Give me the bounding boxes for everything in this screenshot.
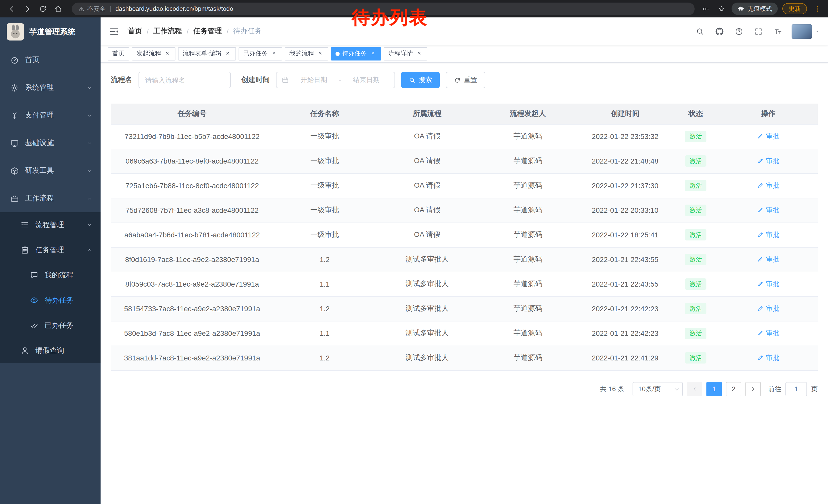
tab-my-process[interactable]: 我的流程× bbox=[285, 47, 328, 60]
sidebar-item-workflow[interactable]: 工作流程 bbox=[0, 185, 100, 212]
browser-forward-button[interactable] bbox=[20, 2, 34, 15]
app-logo[interactable]: 芋道管理系统 bbox=[0, 17, 100, 46]
sidebar-item-task-mgmt[interactable]: 任务管理 bbox=[0, 237, 100, 263]
create-time-cell: 2022-01-21 22:43:55 bbox=[577, 272, 673, 296]
browser-toolbar-right: 无痕模式 更新 bbox=[700, 3, 823, 15]
reset-button[interactable]: 重置 bbox=[446, 72, 485, 88]
col-status: 状态 bbox=[673, 103, 719, 124]
tab-todo-tasks[interactable]: 待办任务× bbox=[331, 47, 381, 60]
tab-label: 待办任务 bbox=[342, 49, 367, 58]
tab-home[interactable]: 首页 bbox=[108, 47, 129, 60]
browser-back-button[interactable] bbox=[5, 2, 18, 15]
create-time-cell: 2022-01-21 22:43:55 bbox=[577, 247, 673, 272]
goto-page-input[interactable] bbox=[785, 382, 807, 396]
sidebar-item-home[interactable]: 首页 bbox=[0, 46, 100, 74]
approve-link[interactable]: 审批 bbox=[757, 329, 779, 338]
search-button[interactable]: 搜索 bbox=[401, 72, 440, 88]
yen-icon bbox=[10, 111, 19, 120]
page-size-select[interactable]: 10条/页 bbox=[632, 382, 683, 396]
sidebar-item-todo-tasks[interactable]: 待办任务 bbox=[0, 288, 100, 313]
action-cell: 审批 bbox=[719, 321, 818, 346]
sidebar-item-payment-mgmt[interactable]: 支付管理 bbox=[0, 101, 100, 129]
tab-done-tasks[interactable]: 已办任务× bbox=[239, 47, 282, 60]
task-name-cell: 1.2 bbox=[274, 296, 376, 321]
browser-reload-button[interactable] bbox=[36, 2, 49, 15]
tab-form-edit[interactable]: 流程表单-编辑× bbox=[178, 47, 236, 60]
sidebar-item-dev-tools[interactable]: 研发工具 bbox=[0, 157, 100, 185]
date-range-picker[interactable]: 开始日期 - 结束日期 bbox=[276, 72, 395, 88]
sidebar-item-my-process[interactable]: 我的流程 bbox=[0, 263, 100, 288]
chevron-right-icon bbox=[750, 386, 756, 392]
close-icon[interactable]: × bbox=[164, 50, 171, 57]
user-menu[interactable] bbox=[792, 24, 820, 39]
approve-link[interactable]: 审批 bbox=[757, 156, 779, 166]
close-icon[interactable]: × bbox=[317, 50, 324, 57]
browser-update-button[interactable]: 更新 bbox=[782, 3, 807, 14]
close-icon[interactable]: × bbox=[224, 50, 232, 57]
table-row: 73211d9d-7b9b-11ec-b5b7-acde48001122一级审批… bbox=[111, 124, 818, 149]
header-actions bbox=[692, 24, 820, 39]
table-row: 069c6a63-7b8a-11ec-8ef0-acde48001122一级审批… bbox=[111, 149, 818, 173]
key-icon bbox=[702, 5, 709, 12]
main-area: 首页 / 工作流程 / 任务管理 / 待办任务 bbox=[100, 17, 828, 504]
table-row: 8f059c03-7ac8-11ec-a9e2-a2380e71991a1.1测… bbox=[111, 272, 818, 296]
chat-icon bbox=[30, 271, 38, 279]
table-row: 8f0d1619-7ac8-11ec-a9e2-a2380e71991a1.2测… bbox=[111, 247, 818, 272]
page-button-1[interactable]: 1 bbox=[706, 382, 722, 396]
approve-link[interactable]: 审批 bbox=[757, 279, 779, 289]
browser-menu-button[interactable] bbox=[812, 3, 823, 14]
page-button-2[interactable]: 2 bbox=[726, 382, 741, 396]
approve-link[interactable]: 审批 bbox=[757, 353, 779, 363]
sidebar-toggle-button[interactable] bbox=[109, 26, 120, 37]
approve-link[interactable]: 审批 bbox=[757, 205, 779, 215]
menu-dots-icon bbox=[813, 5, 821, 12]
approve-link[interactable]: 审批 bbox=[757, 255, 779, 264]
sidebar-item-done-tasks[interactable]: 已办任务 bbox=[0, 313, 100, 338]
status-cell: 激活 bbox=[673, 198, 719, 223]
close-icon[interactable]: × bbox=[416, 50, 423, 57]
sidebar-item-leave-query[interactable]: 请假查询 bbox=[0, 338, 100, 363]
approve-link[interactable]: 审批 bbox=[757, 132, 779, 141]
sidebar-item-infrastructure[interactable]: 基础设施 bbox=[0, 129, 100, 157]
fullscreen-button[interactable] bbox=[750, 24, 766, 39]
password-key-button[interactable] bbox=[700, 3, 711, 14]
process-name-input[interactable] bbox=[138, 72, 231, 88]
header-search-button[interactable] bbox=[692, 24, 707, 39]
breadcrumb-task-mgmt[interactable]: 任务管理 bbox=[194, 27, 222, 36]
active-tab-dot bbox=[335, 51, 340, 56]
tab-process-detail[interactable]: 流程详情× bbox=[384, 47, 427, 60]
approve-link[interactable]: 审批 bbox=[757, 304, 779, 313]
total-count: 共 16 条 bbox=[600, 384, 624, 394]
chevron-down-icon bbox=[87, 222, 92, 228]
bookmark-star-button[interactable] bbox=[716, 3, 727, 14]
approve-link[interactable]: 审批 bbox=[757, 181, 779, 190]
help-button[interactable] bbox=[731, 24, 746, 39]
sidebar-item-process-mgmt[interactable]: 流程管理 bbox=[0, 212, 100, 237]
browser-home-button[interactable] bbox=[51, 2, 65, 15]
breadcrumb-current: 待办任务 bbox=[233, 27, 262, 36]
chevron-down-icon bbox=[87, 112, 92, 118]
close-icon[interactable]: × bbox=[271, 50, 278, 57]
task-id-cell: 580e1b3d-7ac8-11ec-a9e2-a2380e71991a bbox=[111, 321, 274, 346]
status-badge: 激活 bbox=[685, 229, 707, 240]
tab-start-process[interactable]: 发起流程× bbox=[132, 47, 175, 60]
breadcrumb-workflow[interactable]: 工作流程 bbox=[153, 27, 182, 36]
incognito-badge: 无痕模式 bbox=[732, 3, 778, 15]
prev-page-button[interactable] bbox=[687, 382, 702, 396]
next-page-button[interactable] bbox=[745, 382, 761, 396]
breadcrumb-home[interactable]: 首页 bbox=[128, 27, 142, 36]
font-size-button[interactable] bbox=[770, 24, 785, 39]
edit-icon bbox=[757, 182, 764, 189]
edit-icon bbox=[757, 231, 764, 238]
table-header-row: 任务编号 任务名称 所属流程 流程发起人 创建时间 状态 操作 bbox=[111, 103, 818, 124]
github-link[interactable] bbox=[711, 24, 727, 39]
close-icon[interactable]: × bbox=[369, 50, 377, 57]
initiator-cell: 芋道源码 bbox=[479, 223, 577, 247]
col-actions: 操作 bbox=[719, 103, 818, 124]
approve-link[interactable]: 审批 bbox=[757, 230, 779, 239]
avatar bbox=[792, 24, 812, 39]
sidebar-item-system-mgmt[interactable]: 系统管理 bbox=[0, 74, 100, 101]
initiator-cell: 芋道源码 bbox=[479, 272, 577, 296]
chevron-down-icon bbox=[815, 29, 820, 34]
table-row: 725a1eb6-7b88-11ec-8ef0-acde48001122一级审批… bbox=[111, 173, 818, 198]
